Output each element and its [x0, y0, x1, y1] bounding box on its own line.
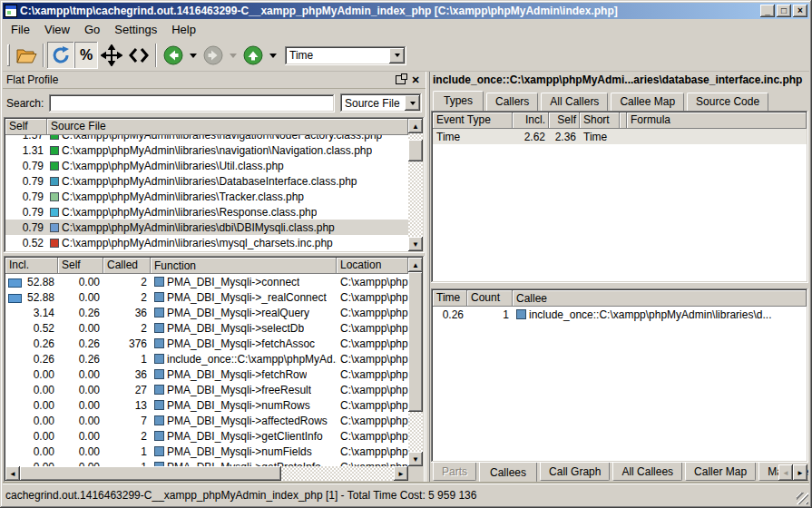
back-button[interactable] [160, 42, 187, 69]
reload-button[interactable] [47, 42, 74, 69]
close-icon: ✕ [411, 74, 419, 86]
menu-settings[interactable]: Settings [107, 21, 164, 38]
scroll-down-icon[interactable]: ▼ [408, 237, 423, 251]
column-header-time[interactable]: Time [433, 290, 467, 307]
dock-arrange-button[interactable] [98, 42, 125, 69]
up-dropdown-icon[interactable] [269, 54, 277, 58]
close-button[interactable]: × [793, 5, 807, 17]
dock-close-button[interactable]: ✕ [409, 73, 422, 86]
menu-file[interactable]: File [4, 21, 37, 38]
scroll-left-icon[interactable]: ◄ [5, 466, 20, 481]
source-file-row[interactable]: 0.79C:\xampp\phpMyAdmin\libraries\Respon… [5, 204, 408, 220]
tab-all-callees[interactable]: All Callees [612, 463, 682, 481]
function-row[interactable]: 0.260.261include_once::C:\xampp\phpMyAd.… [5, 351, 408, 366]
function-called-count: 36 [103, 307, 151, 319]
source-file-row[interactable]: 0.79C:\xampp\phpMyAdmin\libraries\dbi\DB… [5, 220, 408, 235]
column-header-incl[interactable]: Incl. [5, 258, 58, 274]
function-row[interactable]: 0.000.001PMA_DBI_Mysqli->getProtoInfoC:\… [5, 459, 408, 466]
file-path: C:\xampp\phpMyAdmin\libraries\navigation… [62, 144, 372, 157]
app-icon[interactable] [5, 5, 17, 17]
tab-callee-map[interactable]: Callee Map [611, 93, 684, 111]
tab-scroll-left-icon[interactable]: ◄ [778, 464, 793, 481]
dock-title-bar[interactable]: Flat Profile ✕ [3, 72, 426, 89]
event-type-combo[interactable]: Time [285, 46, 406, 65]
forward-button[interactable] [200, 42, 227, 69]
resize-grip[interactable] [797, 493, 808, 504]
function-row[interactable]: 0.000.0027PMA_DBI_Mysqli->freeResultC:\x… [5, 382, 408, 397]
function-row[interactable]: 3.140.2636PMA_DBI_Mysqli->realQueryC:\xa… [5, 305, 408, 320]
callee-time: 0.26 [433, 308, 467, 321]
menu-view[interactable]: View [37, 21, 77, 38]
search-input[interactable] [49, 94, 335, 112]
function-row[interactable]: 0.260.26376PMA_DBI_Mysqli->fetchAssocC:\… [5, 336, 408, 351]
tab-types[interactable]: Types [433, 91, 484, 111]
function-row[interactable]: 0.000.0013PMA_DBI_Mysqli->numRowsC:\xamp… [5, 397, 408, 413]
source-file-row[interactable]: 0.79C:\xampp\phpMyAdmin\libraries\Tracke… [5, 189, 408, 204]
column-header-incl[interactable]: Incl. [513, 112, 549, 129]
scrollbar-thumb[interactable] [20, 466, 281, 481]
open-file-button[interactable] [13, 42, 40, 69]
dock-float-button[interactable] [394, 73, 406, 86]
function-row[interactable]: 0.000.0036PMA_DBI_Mysqli->fetchRowC:\xam… [5, 366, 408, 382]
scroll-right-icon[interactable]: ► [394, 466, 408, 481]
function-table-vertical-scrollbar[interactable]: ▲ ▼ [408, 258, 423, 466]
up-button[interactable] [240, 42, 267, 69]
file-list-vertical-scrollbar[interactable]: ▲ ▼ [408, 119, 423, 251]
column-header-event-type[interactable]: Event Type [433, 112, 513, 129]
column-header-self[interactable]: Self [5, 119, 47, 135]
column-header-callee[interactable]: Callee [513, 290, 807, 307]
function-row[interactable]: 0.000.007PMA_DBI_Mysqli->affectedRowsC:\… [5, 413, 408, 428]
maximize-button[interactable]: □ [777, 5, 791, 17]
function-row[interactable]: 0.520.002PMA_DBI_Mysqli->selectDbC:\xamp… [5, 320, 408, 336]
function-row[interactable]: 0.000.001PMA_DBI_Mysqli->numFieldsC:\xam… [5, 444, 408, 459]
relative-percent-button[interactable]: % [74, 42, 98, 69]
column-header-short[interactable]: Short [580, 112, 620, 129]
source-file-row[interactable]: 0.52C:\xampp\phpMyAdmin\libraries\user_p… [5, 250, 408, 251]
file-group-color-icon [50, 208, 59, 217]
function-row[interactable]: 0.000.002PMA_DBI_Mysqli->getClientInfoC:… [5, 428, 408, 444]
function-self-cost: 0.00 [58, 276, 103, 288]
tab-parts[interactable]: Parts [433, 463, 476, 481]
scroll-down-icon[interactable]: ▼ [408, 452, 423, 466]
source-file-row[interactable]: 0.79C:\xampp\phpMyAdmin\libraries\Util.c… [5, 158, 408, 173]
group-by-combo[interactable]: Source File [340, 93, 422, 112]
column-header-count[interactable]: Count [467, 290, 513, 307]
tab-caller-map[interactable]: Caller Map [685, 463, 756, 481]
tab-callees[interactable]: Callees [479, 463, 537, 483]
menu-help[interactable]: Help [164, 21, 203, 38]
column-header-called[interactable]: Called [103, 258, 151, 274]
column-header-location[interactable]: Location [337, 258, 408, 274]
function-table-horizontal-scrollbar[interactable]: ◄ ► [5, 466, 408, 481]
scrollbar-thumb[interactable] [408, 140, 423, 161]
function-row[interactable]: 52.880.002PMA_DBI_Mysqli->_realConnectC:… [5, 289, 408, 305]
callee-row[interactable]: 0.26 1 include_once::C:\xampp\phpMyAdmin… [433, 307, 807, 322]
back-dropdown-icon[interactable] [190, 54, 197, 58]
column-header-source-file[interactable]: Source File [47, 119, 408, 135]
combo-dropdown-button[interactable] [405, 95, 420, 111]
toolbar-handle[interactable] [7, 44, 10, 66]
source-file-row[interactable]: 0.52C:\xampp\phpMyAdmin\libraries\mysql_… [5, 235, 408, 250]
column-header-self[interactable]: Self [58, 258, 103, 274]
column-header-self[interactable]: Self [549, 112, 580, 129]
source-file-row[interactable]: 1.31C:\xampp\phpMyAdmin\libraries\naviga… [5, 142, 408, 158]
menu-go[interactable]: Go [77, 21, 107, 38]
tab-callers[interactable]: Callers [486, 93, 538, 111]
file-group-color-icon [50, 146, 59, 155]
source-file-row[interactable]: 1.57C:\xampp\phpMyAdmin\libraries\naviga… [5, 135, 408, 142]
tab-all-callers[interactable]: All Callers [541, 93, 608, 111]
source-file-row[interactable]: 0.79C:\xampp\phpMyAdmin\libraries\Databa… [5, 173, 408, 189]
event-type-row[interactable]: Time 2.62 2.36 Time [433, 129, 807, 144]
combo-dropdown-button[interactable] [389, 48, 405, 64]
tab-scroll-right-icon[interactable]: ► [793, 464, 807, 481]
tab-source-code[interactable]: Source Code [687, 93, 768, 111]
column-header-formula[interactable]: Formula [627, 112, 807, 129]
cycle-detection-button[interactable] [125, 42, 152, 69]
function-row[interactable]: 52.880.002PMA_DBI_Mysqli->connectC:\xamp… [5, 274, 408, 289]
scroll-up-icon[interactable]: ▲ [408, 119, 423, 133]
minimize-button[interactable]: _ [760, 5, 775, 17]
scroll-up-icon[interactable]: ▲ [408, 258, 423, 272]
title-bar[interactable]: C:\xampp\tmp\cachegrind.out.1416463299-C… [3, 3, 809, 19]
scrollbar-thumb[interactable] [408, 272, 423, 412]
column-header-function[interactable]: Function [151, 258, 337, 274]
tab-call-graph[interactable]: Call Graph [540, 463, 610, 481]
